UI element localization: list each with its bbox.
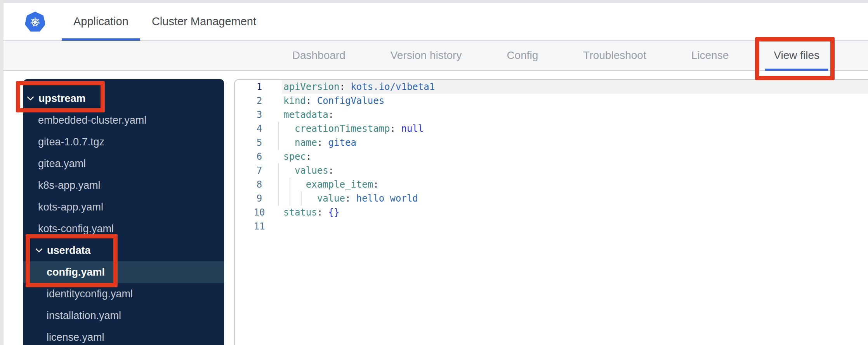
tree-file-embedded-cluster-yaml[interactable]: embedded-cluster.yaml	[23, 109, 224, 131]
code-line-text: apiVersion: kots.io/v1beta1	[283, 80, 435, 94]
tree-item-label: k8s-app.yaml	[38, 179, 101, 191]
line-number: 11	[235, 221, 284, 232]
tab-label: Cluster Management	[152, 15, 256, 28]
window-left-edge	[0, 0, 3, 345]
line-number: 9	[235, 193, 284, 204]
code-line-text: example_item:	[283, 178, 379, 191]
code-line-2: 2kind: ConfigValues	[235, 94, 868, 108]
code-line-9: 9 value: hello world	[235, 191, 868, 205]
tree-item-label: config.yaml	[47, 266, 105, 278]
tree-file-gitea-1-0-7-tgz[interactable]: gitea-1.0.7.tgz	[23, 131, 224, 153]
kubernetes-logo	[25, 12, 45, 32]
subnav-tab-label: License	[691, 49, 729, 62]
tree-file-kots-config-yaml[interactable]: kots-config.yaml	[23, 218, 224, 240]
line-number: 8	[235, 179, 284, 190]
code-line-text: kind: ConfigValues	[283, 94, 384, 108]
active-subnav-underline	[765, 69, 828, 71]
line-number: 6	[235, 151, 284, 162]
subnav-tab-label: View files	[774, 49, 819, 62]
line-number: 7	[235, 165, 284, 176]
tab-label: Application	[73, 15, 128, 28]
code-line-3: 3metadata:	[235, 108, 868, 122]
secondary-nav: DashboardVersion historyConfigTroublesho…	[3, 41, 868, 71]
tree-item-label: installation.yaml	[47, 310, 121, 322]
code-line-6: 6spec:	[235, 150, 868, 164]
line-number: 2	[235, 95, 284, 106]
tree-item-label: kots-config.yaml	[38, 223, 114, 235]
tree-file-installation-yaml[interactable]: installation.yaml	[23, 305, 224, 326]
tree-item-label: userdata	[47, 245, 91, 257]
tree-item-label: upstream	[38, 93, 86, 105]
code-line-7: 7 values:	[235, 164, 868, 178]
subnav-tab-label: Troubleshoot	[583, 49, 646, 62]
tree-item-label: embedded-cluster.yaml	[38, 114, 146, 126]
code-editor[interactable]: 1apiVersion: kots.io/v1beta12kind: Confi…	[234, 79, 868, 345]
app-header: ApplicationCluster Management	[3, 3, 868, 41]
subnav-tab-label: Version history	[391, 49, 462, 62]
subnav-tab-view-files[interactable]: View files	[774, 41, 819, 70]
tree-item-label: license.yaml	[47, 331, 104, 343]
line-number: 10	[235, 207, 284, 218]
file-tree-sidebar: upstreamembedded-cluster.yamlgitea-1.0.7…	[23, 79, 224, 345]
tree-item-label: gitea.yaml	[38, 158, 86, 170]
code-line-1: 1apiVersion: kots.io/v1beta1	[235, 80, 868, 94]
code-line-10: 10status: {}	[235, 205, 868, 219]
code-line-5: 5 name: gitea	[235, 136, 868, 150]
subnav-tab-label: Dashboard	[292, 49, 345, 62]
window-top-edge	[0, 0, 868, 3]
tree-folder-userdata[interactable]: userdata	[23, 240, 224, 261]
tree-item-label: gitea-1.0.7.tgz	[38, 136, 104, 148]
subnav-tab-dashboard[interactable]: Dashboard	[292, 41, 345, 70]
line-number: 5	[235, 137, 284, 148]
line-number: 1	[235, 81, 284, 92]
tree-item-label: kots-app.yaml	[38, 201, 103, 213]
primary-tabs: ApplicationCluster Management	[62, 3, 268, 40]
code-line-text: spec:	[283, 150, 311, 164]
code-line-11: 11	[235, 219, 868, 233]
subnav-tab-version-history[interactable]: Version history	[391, 41, 462, 70]
code-line-text: values:	[283, 164, 334, 178]
chevron-down-icon	[27, 93, 34, 100]
line-number: 3	[235, 109, 284, 120]
subnav-tab-troubleshoot[interactable]: Troubleshoot	[583, 41, 646, 70]
code-line-4: 4 creationTimestamp: null	[235, 122, 868, 136]
chevron-down-icon	[35, 245, 42, 252]
code-line-text: value: hello world	[283, 191, 418, 205]
subnav-tab-license[interactable]: License	[691, 41, 729, 70]
code-line-8: 8 example_item:	[235, 178, 868, 191]
tree-file-identityconfig-yaml[interactable]: identityconfig.yaml	[23, 283, 224, 305]
tree-file-kots-app-yaml[interactable]: kots-app.yaml	[23, 196, 224, 218]
tree-file-k8s-app-yaml[interactable]: k8s-app.yaml	[23, 174, 224, 196]
tree-file-config-yaml[interactable]: config.yaml	[23, 261, 224, 283]
code-line-text: creationTimestamp: null	[283, 122, 424, 136]
tree-item-label: identityconfig.yaml	[47, 288, 133, 300]
tab-cluster-management[interactable]: Cluster Management	[140, 3, 268, 40]
subnav-tab-config[interactable]: Config	[507, 41, 538, 70]
code-line-text: metadata:	[283, 108, 334, 122]
tab-application[interactable]: Application	[62, 3, 140, 40]
line-number: 4	[235, 123, 284, 134]
subnav-tab-label: Config	[507, 49, 538, 62]
code-line-text: name: gitea	[283, 136, 356, 150]
code-line-text: status: {}	[283, 205, 340, 219]
tree-file-license-yaml[interactable]: license.yaml	[23, 326, 224, 345]
tree-file-gitea-yaml[interactable]: gitea.yaml	[23, 153, 224, 174]
tree-folder-upstream[interactable]: upstream	[23, 88, 224, 109]
